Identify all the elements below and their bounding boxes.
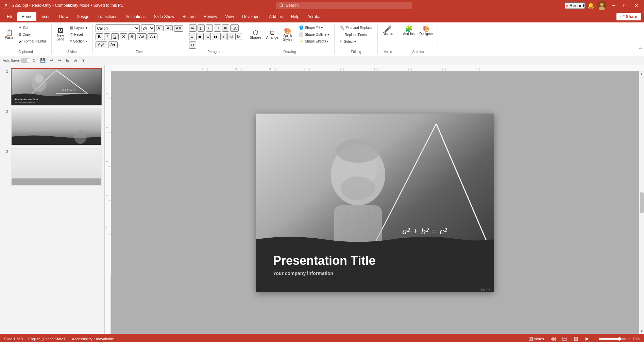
minimize-button[interactable]: ─ [609,1,618,10]
strikethrough-button[interactable]: S [120,33,127,40]
canvas-area[interactable]: a² + b² = c² Presentation Title Your com… [111,71,639,334]
reset-button[interactable]: ↺ Reset [67,31,90,38]
tab-acrobat[interactable]: Acrobat [303,12,325,21]
quick-styles-button[interactable]: 🎨 QuickStyles [281,27,294,43]
change-case-button[interactable]: Aa [148,33,157,40]
autosave-toggle[interactable] [20,58,31,63]
tab-review[interactable]: Review [200,12,221,21]
numbering-button[interactable]: 1. [198,24,205,32]
text-direction-button[interactable]: ↕A [230,24,239,32]
tab-home[interactable]: Home [17,12,36,21]
arrange-button[interactable]: ⧉ Arrange [264,28,281,41]
shapes-button[interactable]: ⬡ Shapes [248,28,264,41]
line-spacing-button[interactable]: ↕ [220,33,226,40]
dictate-button[interactable]: 🎤 Dictate [380,24,395,37]
shape-fill-button[interactable]: 🪣 Shape Fill ▾ [296,24,332,31]
justify-button[interactable]: ☷ [212,33,219,40]
undo-button[interactable]: ↩ [48,57,55,64]
slide-thumbnail-3[interactable]: 3 [3,148,102,186]
slide-image-1[interactable]: a² + b² = c² Presentation Title Your com… [11,68,102,105]
save-button[interactable]: 💾 [39,57,47,64]
format-painter-button[interactable]: 🖌 Format Painter [16,38,49,44]
zoom-out-button[interactable]: − [594,337,597,341]
tab-developer[interactable]: Developer [238,12,265,21]
new-slide-button[interactable]: 🖼 NewSlide [54,26,67,42]
decrease-font-button[interactable]: A↓ [165,25,173,31]
vertical-scrollbar[interactable]: ▲ ▼ [639,71,644,334]
tab-animations[interactable]: Animations [121,12,150,21]
tab-addins[interactable]: Add-ins [265,12,287,21]
align-right-button[interactable]: ≡ [205,33,211,40]
tab-file[interactable]: File [3,12,17,21]
scroll-thumb[interactable] [640,192,644,213]
normal-view-button[interactable] [549,336,558,342]
decrease-indent-button[interactable]: ⇤ [206,24,213,32]
tab-record[interactable]: Record [178,12,200,21]
bold-button[interactable]: B [96,33,103,40]
font-size-select[interactable]: 24 [141,24,155,32]
shadow-button[interactable]: S̲ [128,33,136,40]
layout-button[interactable]: ▦ Layout ▾ [67,24,90,31]
slide-canvas[interactable]: a² + b² = c² Presentation Title Your com… [256,114,494,292]
tab-draw[interactable]: Draw [55,12,72,21]
italic-button[interactable]: I [104,33,110,40]
notes-button[interactable]: Notes [527,336,546,342]
zoom-in-button[interactable]: + [628,337,630,341]
cut-button[interactable]: ✂ Cut [16,24,49,31]
shape-outline-button[interactable]: ⬜ Shape Outline ▾ [296,31,332,38]
font-family-select[interactable]: Calibri [96,24,140,32]
tab-design[interactable]: Design [72,12,93,21]
underline-button[interactable]: U [111,33,119,40]
close-button[interactable]: ✕ [632,1,641,10]
slide-thumbnail-1[interactable]: 1 [3,68,102,105]
align-center-button[interactable]: ☰ [196,33,204,40]
slide-image-3[interactable] [11,148,102,186]
notification-icon[interactable]: 🔔 [588,2,594,9]
bullets-button[interactable]: ≡• [189,24,197,32]
paste-button[interactable]: 📋 Paste [3,28,16,41]
scroll-up-button[interactable]: ▲ [640,72,643,76]
avatar[interactable] [597,1,607,10]
rtl-button[interactable]: ◁ [227,33,234,40]
increase-indent-button[interactable]: ⇥ [214,24,221,32]
copy-button[interactable]: ⧉ Copy [16,31,49,38]
presentation-mode-button[interactable]: 🖥 [64,57,71,64]
addins-icon: 🧩 [405,26,412,32]
section-button[interactable]: ≡ Section ▾ [67,38,90,44]
tab-insert[interactable]: Insert [36,12,55,21]
slideshow-button[interactable] [583,336,592,342]
select-button[interactable]: ↖ Select ▾ [337,38,359,45]
align-left-button[interactable]: ≡ [189,33,195,40]
print-button[interactable]: 🖨 [72,57,80,64]
char-spacing-button[interactable]: AV [137,33,147,40]
scroll-down-button[interactable]: ▼ [640,329,643,333]
font-color-button[interactable]: A▾ [108,41,118,48]
slide-sorter-button[interactable] [560,336,569,342]
shape-effects-button[interactable]: ✨ Shape Effects ▾ [296,38,332,45]
zoom-slider[interactable] [599,338,626,340]
reading-view-button[interactable] [572,336,580,342]
font-color-highlight-button[interactable]: A🖊 [96,41,107,48]
slide-thumbnail-2[interactable]: 2 [3,108,102,146]
ltr-button[interactable]: ▷ [235,33,242,40]
replace-fonts-button[interactable]: ↔ Replace Fonts [337,32,369,38]
designer-button[interactable]: 🎨 Designer [417,24,435,37]
ribbon-collapse-button[interactable]: ⌃ [637,24,644,54]
maximize-button[interactable]: □ [621,1,629,10]
tab-view[interactable]: View [221,12,238,21]
smartart-button[interactable]: ⊙ [189,41,196,49]
addins-button[interactable]: 🧩 Add-ins [401,24,417,37]
share-button[interactable]: Share [616,13,641,20]
redo-button[interactable]: ↪ [56,57,63,64]
tab-slideshow[interactable]: Slide Show [150,12,178,21]
clear-format-button[interactable]: A✕ [174,25,183,32]
tab-help[interactable]: Help [287,12,304,21]
columns-button[interactable]: ⊞ [222,24,229,32]
record-button[interactable]: ● Record [565,2,585,9]
find-replace-button[interactable]: 🔍 Find and Replace [337,24,375,31]
qat-more-button[interactable]: ▾ [81,57,86,64]
search-bar[interactable]: Search [276,2,412,9]
increase-font-button[interactable]: A↑ [156,25,164,31]
tab-transitions[interactable]: Transitions [94,12,121,21]
slide-image-2[interactable] [11,108,102,146]
